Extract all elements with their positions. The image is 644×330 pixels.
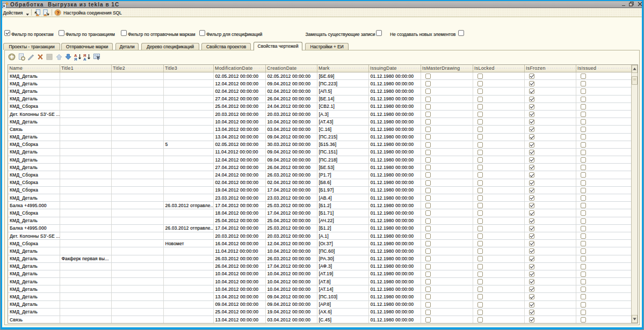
svg-text:А: А (83, 57, 86, 61)
svg-text:Я: Я (74, 57, 77, 61)
svg-text:?: ? (56, 10, 59, 16)
